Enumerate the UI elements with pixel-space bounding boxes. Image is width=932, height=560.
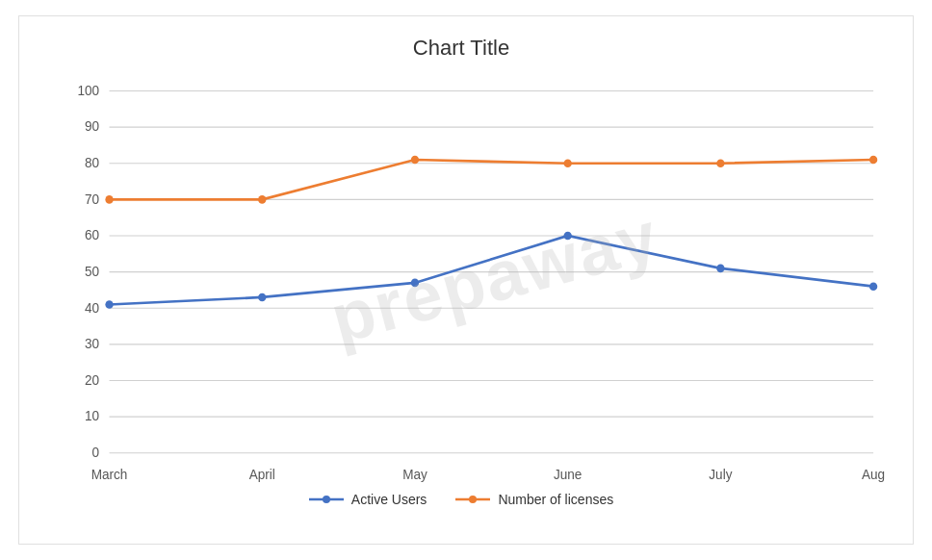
svg-text:60: 60 xyxy=(85,228,99,242)
legend-licenses-icon xyxy=(455,494,490,505)
svg-text:10: 10 xyxy=(85,409,99,423)
svg-text:March: March xyxy=(91,467,128,481)
svg-point-28 xyxy=(105,300,113,309)
svg-text:June: June xyxy=(554,467,582,481)
legend-licenses: Number of licenses xyxy=(455,492,613,507)
chart-legend: Active Users Number of licenses xyxy=(29,492,893,507)
svg-point-29 xyxy=(258,293,266,302)
chart-svg: 0 10 20 30 40 50 60 70 80 90 100 March A… xyxy=(29,70,893,484)
svg-text:0: 0 xyxy=(92,445,100,460)
svg-text:Aug: Aug xyxy=(862,467,885,481)
svg-point-37 xyxy=(564,159,572,167)
svg-point-38 xyxy=(716,159,724,167)
svg-text:70: 70 xyxy=(85,192,99,207)
svg-text:80: 80 xyxy=(85,156,99,170)
svg-point-31 xyxy=(564,232,572,241)
chart-container: Chart Title prepaway 0 10 20 30 xyxy=(18,15,914,545)
svg-text:100: 100 xyxy=(77,84,99,98)
svg-point-32 xyxy=(716,265,724,273)
svg-point-43 xyxy=(469,496,477,503)
svg-point-41 xyxy=(323,496,330,503)
svg-point-36 xyxy=(411,156,419,165)
svg-point-30 xyxy=(411,279,419,288)
svg-text:50: 50 xyxy=(85,265,99,279)
legend-active-users-icon xyxy=(309,494,344,505)
svg-text:90: 90 xyxy=(85,119,99,134)
svg-text:April: April xyxy=(249,467,275,481)
svg-text:30: 30 xyxy=(85,337,99,351)
svg-text:May: May xyxy=(402,467,427,481)
svg-point-33 xyxy=(869,282,877,291)
legend-active-users: Active Users xyxy=(309,492,427,507)
chart-title: Chart Title xyxy=(29,36,893,61)
legend-licenses-label: Number of licenses xyxy=(498,492,613,507)
svg-point-34 xyxy=(105,195,113,204)
svg-point-35 xyxy=(258,195,266,204)
svg-text:July: July xyxy=(709,467,732,481)
chart-area: prepaway 0 10 20 30 40 50 xyxy=(29,70,893,484)
svg-text:40: 40 xyxy=(85,300,99,315)
legend-active-users-label: Active Users xyxy=(351,492,427,507)
svg-point-39 xyxy=(869,156,877,165)
svg-text:20: 20 xyxy=(85,373,99,388)
